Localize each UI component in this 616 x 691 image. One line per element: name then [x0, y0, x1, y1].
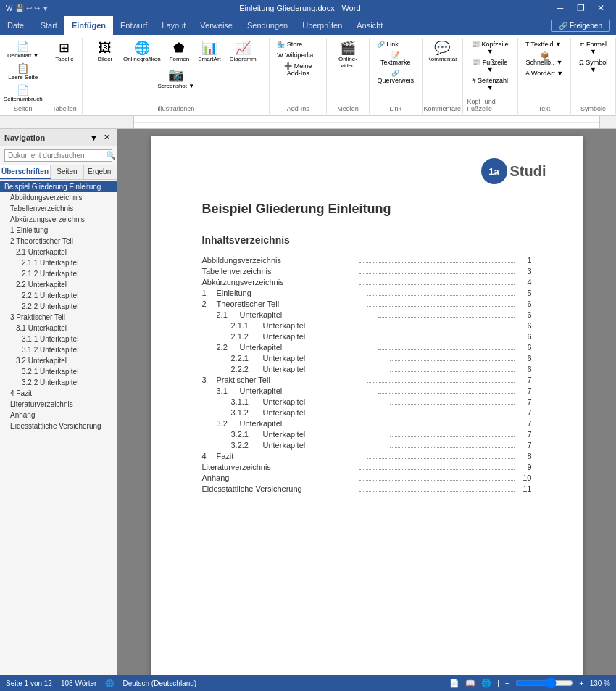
- toc-leader: [378, 317, 515, 318]
- tab-sendungen[interactable]: Sendungen: [240, 16, 295, 35]
- onlinevideo-button[interactable]: 🎬 Online-video: [331, 39, 365, 71]
- title-bar-left: W 💾 ↩ ↪ ▼: [6, 4, 49, 12]
- nav-tab-seiten[interactable]: Seiten: [51, 165, 84, 179]
- nav-item-3-2-1[interactable]: 3.2.1 Unterkapitel: [0, 366, 117, 377]
- seitenumbruch-button[interactable]: 📄 Seitenumbruch: [1, 83, 46, 104]
- nav-item-title[interactable]: Beispiel Gliederung Einleitung: [0, 181, 117, 192]
- wordart-button[interactable]: A WordArt ▼: [523, 68, 566, 78]
- nav-item-3-1[interactable]: 3.1 Unterkapitel: [0, 323, 117, 334]
- minimize-button[interactable]: ─: [551, 0, 570, 16]
- smartart-button[interactable]: 📊 SmartArt: [194, 39, 225, 65]
- toc-page: 7: [517, 441, 532, 450]
- kommentar-button[interactable]: 💬 Kommentar: [423, 39, 460, 65]
- seitenzahl-button[interactable]: # Seitenzahl ▼: [467, 75, 513, 93]
- nav-tab-ueberschriften[interactable]: Überschriften: [0, 165, 51, 179]
- restore-button[interactable]: ❐: [571, 0, 590, 16]
- nav-item-2-2[interactable]: 2.2 Unterkapitel: [0, 279, 117, 290]
- word-icon: W: [6, 4, 12, 12]
- nav-item-tabellenverzeichnis[interactable]: Tabellenverzeichnis: [0, 203, 117, 214]
- nav-title: Navigation: [4, 133, 45, 142]
- nav-item-praktischer-teil[interactable]: 3 Praktischer Teil: [0, 312, 117, 323]
- nav-item-theoretischer-teil[interactable]: 2 Theoretischer Teil: [0, 236, 117, 247]
- textfeld-button[interactable]: T Textfeld ▼: [523, 39, 565, 49]
- web-layout-button[interactable]: 🌐: [481, 679, 491, 688]
- nav-item-2-2-2[interactable]: 2.2.2 Unterkapitel: [0, 301, 117, 312]
- nav-item-3-1-1[interactable]: 3.1.1 Unterkapitel: [0, 334, 117, 344]
- nav-item-eidesstattliche[interactable]: Eidesstattliche Versicherung: [0, 421, 117, 431]
- toc-leader: [390, 371, 515, 372]
- toc-entry-2-2: 2.2 Unterkapitel 6: [202, 343, 532, 352]
- tab-verweise[interactable]: Verweise: [193, 16, 240, 35]
- leere-seite-button[interactable]: 📋 Leere Seite: [1, 61, 46, 82]
- fusszeile-button[interactable]: 📰 Fußzeile ▼: [467, 57, 513, 75]
- toc-label: Literaturverzeichnis: [202, 463, 357, 471]
- wikipedia-button[interactable]: W Wikipedia: [274, 50, 316, 60]
- deckblatt-button[interactable]: 📄 Deckblatt ▼: [1, 39, 46, 60]
- tab-datei[interactable]: Datei: [0, 16, 33, 35]
- formel-button[interactable]: π Formel ▼: [575, 39, 611, 57]
- nav-item-2-1-1[interactable]: 2.1.1 Unterkapitel: [0, 257, 117, 268]
- document-area[interactable]: 1a Studi Beispiel Gliederung Einleitung …: [117, 129, 616, 687]
- nav-menu-button[interactable]: ▼: [88, 132, 100, 143]
- nav-item-einleitung[interactable]: 1 Einleitung: [0, 225, 117, 236]
- toc-num: 2.2.2: [231, 365, 263, 373]
- nav-close-button[interactable]: ✕: [101, 132, 112, 143]
- onlinegrafiken-button[interactable]: 🌐 Onlinegrafiken: [120, 39, 165, 65]
- toc-label: Unterkapitel: [240, 343, 376, 352]
- tab-layout[interactable]: Layout: [154, 16, 193, 35]
- toc-label: Unterkapitel: [240, 310, 376, 319]
- link-button[interactable]: 🔗 Link: [374, 39, 401, 49]
- nav-item-2-1-2[interactable]: 2.1.2 Unterkapitel: [0, 268, 117, 279]
- meine-addins-button[interactable]: ➕ Meine Add-Ins: [274, 61, 322, 78]
- toc-num: 2.2: [217, 343, 240, 352]
- tab-ueberprufen[interactable]: Überprüfen: [295, 16, 349, 35]
- read-mode-button[interactable]: 📖: [465, 679, 475, 688]
- nav-item-anhang[interactable]: Anhang: [0, 410, 117, 421]
- toc-entry-praktischer-teil: 3 Praktischer Teil 7: [202, 376, 532, 385]
- nav-tab-ergebnisse[interactable]: Ergebn.: [84, 165, 117, 179]
- nav-item-2-1[interactable]: 2.1 Unterkapitel: [0, 247, 117, 257]
- nav-item-abbildungsverzeichnis[interactable]: Abbildungsverzeichnis: [0, 192, 117, 203]
- search-button[interactable]: 🔍: [103, 150, 119, 161]
- textmarke-button[interactable]: 📝 Textmarke: [374, 50, 417, 67]
- zoom-out-button[interactable]: −: [505, 679, 509, 687]
- symbole-group-label: Symbole: [580, 104, 606, 112]
- nav-item-3-1-2[interactable]: 3.1.2 Unterkapitel: [0, 344, 117, 355]
- tab-entwurf[interactable]: Entwurf: [113, 16, 154, 35]
- toc-page: 7: [517, 408, 532, 417]
- nav-item-literaturverzeichnis[interactable]: Literaturverzeichnis: [0, 399, 117, 410]
- zoom-in-button[interactable]: +: [579, 679, 583, 687]
- kopfzeile-button[interactable]: 📰 Kopfzeile ▼: [467, 39, 513, 57]
- tab-einfuegen[interactable]: Einfügen: [64, 16, 113, 35]
- search-input[interactable]: [5, 150, 103, 161]
- screenshot-button[interactable]: 📷 Screenshot ▼: [154, 66, 199, 91]
- ribbon-group-seiten: 📄 Deckblatt ▼ 📋 Leere Seite 📄 Seitenumbr…: [0, 38, 46, 114]
- nav-item-abkuerzungsverzeichnis[interactable]: Abkürzungsverzeichnis: [0, 214, 117, 225]
- toc-entry-3-2-1: 3.2.1 Unterkapitel 7: [202, 430, 532, 439]
- toc-leader: [390, 415, 515, 415]
- tabelle-button[interactable]: ⊞ Tabelle: [51, 39, 78, 65]
- tab-start[interactable]: Start: [33, 16, 64, 35]
- zoom-slider[interactable]: [515, 677, 573, 689]
- store-button[interactable]: 🏪 Store: [274, 39, 305, 49]
- toc-leader: [378, 349, 515, 350]
- toc-entry-3-2: 3.2 Unterkapitel 7: [202, 419, 532, 429]
- nav-item-fazit[interactable]: 4 Fazit: [0, 388, 117, 399]
- nav-item-2-2-1[interactable]: 2.2.1 Unterkapitel: [0, 290, 117, 301]
- status-right: 📄 📖 🌐 | − + 130 %: [449, 677, 610, 689]
- close-button[interactable]: ✕: [591, 0, 610, 16]
- toc-num: 3.2.1: [231, 430, 263, 439]
- diagramm-button[interactable]: 📈 Diagramm: [226, 39, 260, 65]
- symbol-button[interactable]: Ω Symbol ▼: [575, 57, 611, 75]
- status-bar: Seite 1 von 12 108 Wörter 🌐 Deutsch (Deu…: [0, 675, 616, 691]
- formen-button[interactable]: ⬟ Formen: [166, 39, 193, 65]
- tab-ansicht[interactable]: Ansicht: [349, 16, 390, 35]
- querverweis-button[interactable]: 🔗 Querverweis: [374, 68, 417, 86]
- schnellbausteine-button[interactable]: 📦 Schnellb.. ▼: [523, 50, 566, 67]
- nav-item-3-2[interactable]: 3.2 Unterkapitel: [0, 355, 117, 366]
- print-layout-button[interactable]: 📄: [449, 679, 459, 688]
- toc-page: 6: [517, 354, 532, 363]
- nav-item-3-2-2[interactable]: 3.2.2 Unterkapitel: [0, 377, 117, 388]
- bilder-button[interactable]: 🖼 Bilder: [92, 39, 118, 65]
- share-button[interactable]: 🔗 Freigeben: [551, 20, 610, 32]
